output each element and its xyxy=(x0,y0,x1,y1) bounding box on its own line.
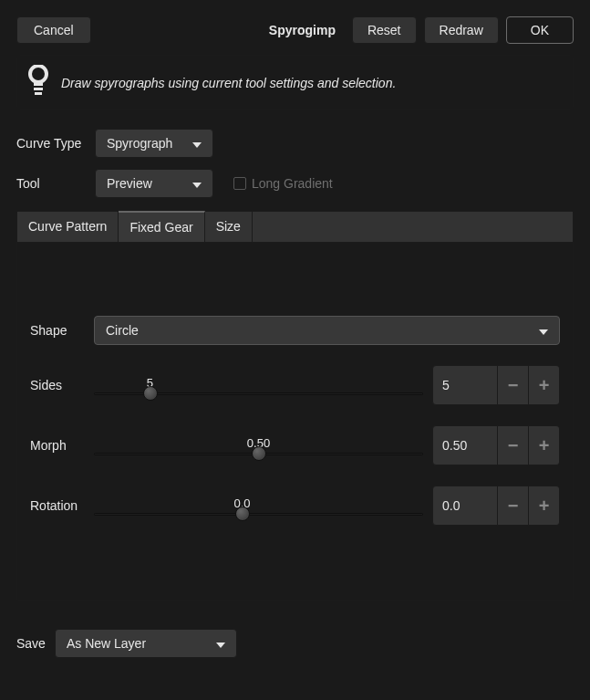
shape-value: Circle xyxy=(106,323,139,338)
info-text: Draw spyrographs using current tool sett… xyxy=(61,76,396,90)
shape-label: Shape xyxy=(30,323,85,338)
rotation-row: Rotation 0.0 0.0 − + xyxy=(30,486,560,526)
morph-spinner: 0.50 − + xyxy=(432,425,560,465)
save-label: Save xyxy=(16,636,46,651)
curve-type-label: Curve Type xyxy=(16,136,86,151)
tool-value: Preview xyxy=(107,176,152,191)
curve-type-select[interactable]: Spyrograph xyxy=(95,129,213,158)
morph-slider[interactable]: 0.50 xyxy=(94,436,423,455)
sides-input[interactable]: 5 xyxy=(432,365,498,405)
slider-track[interactable] xyxy=(94,392,423,395)
save-select[interactable]: As New Layer xyxy=(55,629,237,658)
svg-rect-2 xyxy=(34,88,43,90)
sides-row: Sides 5 5 − + xyxy=(30,365,560,405)
tab-content: Shape Circle Sides 5 5 xyxy=(17,243,573,601)
chevron-down-icon xyxy=(192,176,202,191)
rotation-increment-button[interactable]: + xyxy=(529,486,560,526)
save-value: As New Layer xyxy=(67,636,146,651)
tab-curve-pattern[interactable]: Curve Pattern xyxy=(17,212,119,242)
sides-increment-button[interactable]: + xyxy=(529,365,560,405)
shape-row: Shape Circle xyxy=(30,316,560,345)
chevron-down-icon xyxy=(539,323,548,338)
chevron-down-icon xyxy=(216,636,225,651)
tabs-bar: Curve Pattern Fixed Gear Size xyxy=(17,212,573,243)
tabs-container: Curve Pattern Fixed Gear Size Shape Circ… xyxy=(16,211,574,601)
info-box: Draw spyrographs using current tool sett… xyxy=(16,55,574,110)
dialog-title: Spyrogimp xyxy=(269,23,336,37)
long-gradient-checkbox[interactable] xyxy=(233,177,246,190)
lightbulb-icon xyxy=(28,65,48,100)
curve-type-row: Curve Type Spyrograph xyxy=(16,129,574,158)
header-row: Cancel Spyrogimp Reset Redraw OK xyxy=(16,16,574,44)
morph-decrement-button[interactable]: − xyxy=(498,425,529,465)
sides-spinner: 5 − + xyxy=(432,365,560,405)
tool-row: Tool Preview Long Gradient xyxy=(16,169,574,198)
morph-input[interactable]: 0.50 xyxy=(432,425,498,465)
morph-row: Morph 0.50 0.50 − + xyxy=(30,425,560,465)
long-gradient-checkbox-wrap[interactable]: Long Gradient xyxy=(233,176,333,191)
slider-handle[interactable] xyxy=(252,446,266,461)
tab-size[interactable]: Size xyxy=(205,212,253,242)
save-row: Save As New Layer xyxy=(16,629,574,658)
svg-rect-1 xyxy=(34,83,43,86)
tool-select[interactable]: Preview xyxy=(95,169,213,198)
sides-decrement-button[interactable]: − xyxy=(498,365,529,405)
dialog-panel: Cancel Spyrogimp Reset Redraw OK Draw sp… xyxy=(16,16,574,658)
cancel-button[interactable]: Cancel xyxy=(16,16,91,44)
svg-point-0 xyxy=(30,66,47,82)
sides-label: Sides xyxy=(30,378,85,392)
long-gradient-label: Long Gradient xyxy=(252,176,333,191)
rotation-spinner: 0.0 − + xyxy=(432,486,560,526)
chevron-down-icon xyxy=(192,136,202,151)
sides-slider[interactable]: 5 xyxy=(94,376,423,395)
shape-select[interactable]: Circle xyxy=(94,316,560,345)
reset-button[interactable]: Reset xyxy=(352,16,417,44)
curve-type-value: Spyrograph xyxy=(107,136,172,151)
rotation-slider[interactable]: 0.0 xyxy=(94,496,423,516)
slider-track[interactable] xyxy=(94,513,423,516)
redraw-button[interactable]: Redraw xyxy=(424,16,499,44)
tab-fixed-gear[interactable]: Fixed Gear xyxy=(119,211,204,242)
rotation-label: Rotation xyxy=(30,498,85,513)
slider-handle[interactable] xyxy=(143,386,158,401)
slider-handle[interactable] xyxy=(235,507,250,521)
rotation-input[interactable]: 0.0 xyxy=(432,486,498,526)
morph-label: Morph xyxy=(30,438,85,453)
rotation-decrement-button[interactable]: − xyxy=(498,486,529,526)
ok-button[interactable]: OK xyxy=(506,16,574,44)
tool-label: Tool xyxy=(16,176,86,191)
svg-rect-3 xyxy=(35,92,42,95)
morph-increment-button[interactable]: + xyxy=(529,425,560,465)
slider-track[interactable] xyxy=(94,453,423,455)
